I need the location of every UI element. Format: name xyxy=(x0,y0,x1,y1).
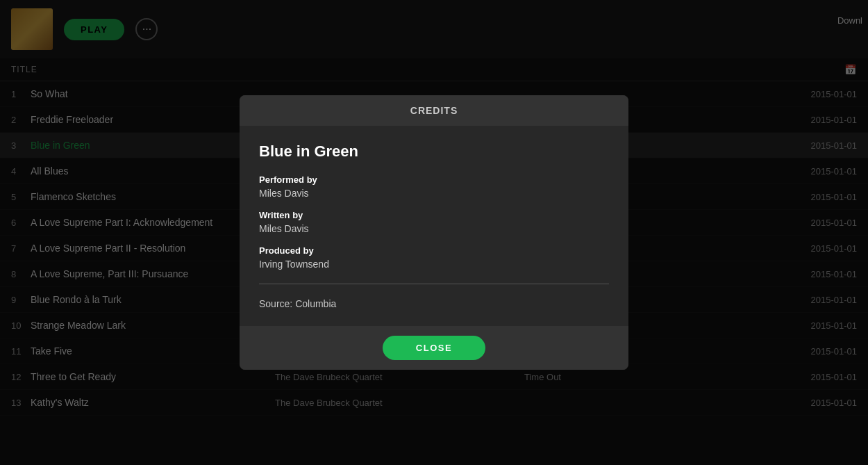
credit-value: Miles Davis xyxy=(259,188,609,199)
credits-modal: Credits Blue in Green Performed by Miles… xyxy=(240,95,628,370)
credit-section: Written by Miles Davis xyxy=(259,210,609,234)
modal-footer: CLOSE xyxy=(240,326,628,370)
credit-value: Irving Townsend xyxy=(259,259,609,270)
modal-divider xyxy=(259,284,609,284)
credit-section: Performed by Miles Davis xyxy=(259,174,609,199)
modal-overlay: Credits Blue in Green Performed by Miles… xyxy=(0,0,868,465)
credit-label: Written by xyxy=(259,210,609,220)
credit-value: Miles Davis xyxy=(259,223,609,234)
modal-song-title: Blue in Green xyxy=(259,142,609,161)
credit-label: Produced by xyxy=(259,245,609,256)
modal-body: Blue in Green Performed by Miles Davis W… xyxy=(240,126,628,326)
credit-label: Performed by xyxy=(259,174,609,185)
modal-title: Credits xyxy=(410,105,458,116)
close-button[interactable]: CLOSE xyxy=(383,336,485,360)
credit-section: Produced by Irving Townsend xyxy=(259,245,609,270)
source-text: Source: Columbia xyxy=(259,298,609,309)
modal-header: Credits xyxy=(240,95,628,126)
